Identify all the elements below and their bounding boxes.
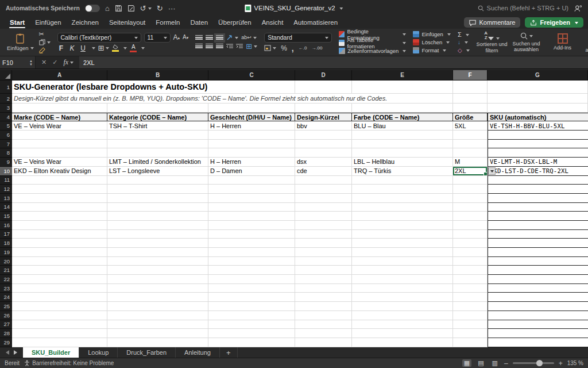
cell-G14[interactable]	[488, 203, 588, 212]
shrink-font-button[interactable]: A▾	[183, 34, 188, 40]
cell-A7[interactable]	[12, 140, 107, 149]
cell-A27[interactable]	[12, 320, 107, 329]
cell-A21[interactable]	[12, 266, 107, 275]
cell-C20[interactable]	[208, 257, 295, 266]
zoom-out-button[interactable]: –	[504, 359, 508, 367]
cells-button-1[interactable]: Löschen	[413, 39, 451, 46]
cell-A2[interactable]: Design-Kürzel gibst du manuell ein (z. B…	[12, 94, 107, 103]
cell-E10[interactable]: TRQ – Türkis	[352, 167, 453, 176]
cell-B3[interactable]	[107, 103, 208, 113]
cell-G17[interactable]	[488, 230, 588, 239]
sheet-tab-lookup[interactable]: Lookup	[79, 347, 118, 358]
save-icon[interactable]	[115, 5, 122, 12]
increase-indent-button[interactable]	[236, 44, 243, 49]
styles-button-2[interactable]: Zellenformatvorlagen	[339, 48, 406, 54]
more-commands-icon[interactable]: ···	[168, 5, 176, 12]
cell-B20[interactable]	[107, 257, 208, 266]
row-header-20[interactable]: 20	[0, 257, 12, 266]
cell-D25[interactable]	[295, 302, 352, 311]
cell-E21[interactable]	[352, 266, 453, 275]
cell-C1[interactable]	[208, 80, 295, 94]
prev-sheet-icon[interactable]	[6, 350, 9, 355]
cell-D17[interactable]	[295, 230, 352, 239]
cell-E23[interactable]	[352, 284, 453, 293]
cell-G9[interactable]: VE-LMT-H-DSX-LBL-M	[488, 158, 588, 167]
cell-F26[interactable]	[453, 311, 488, 320]
cell-F13[interactable]	[453, 194, 488, 203]
cell-B13[interactable]	[107, 194, 208, 203]
cell-G18[interactable]	[488, 239, 588, 248]
cell-G12[interactable]	[488, 185, 588, 194]
cell-A18[interactable]	[12, 239, 107, 248]
cell-G24[interactable]	[488, 293, 588, 302]
cell-C3[interactable]	[208, 103, 295, 113]
cell-B7[interactable]	[107, 140, 208, 149]
home-icon[interactable]: ⌂	[105, 5, 110, 12]
analyze-data-button[interactable]: Daten analysieren	[582, 31, 588, 53]
italic-button[interactable]: K	[68, 44, 76, 52]
row-header-19[interactable]: 19	[0, 248, 12, 257]
cell-F1[interactable]	[453, 80, 488, 94]
cell-F2[interactable]	[453, 94, 488, 103]
cell-G4[interactable]: SKU (automatisch)	[488, 113, 588, 122]
cell-C24[interactable]	[208, 293, 295, 302]
cell-E3[interactable]	[352, 103, 453, 113]
cell-C14[interactable]	[208, 203, 295, 212]
cell-G7[interactable]	[488, 140, 588, 149]
cell-F20[interactable]	[453, 257, 488, 266]
title-chevron-icon[interactable]	[340, 7, 343, 12]
cell-C4[interactable]: Geschlecht (D/H/U – Name)	[208, 113, 295, 122]
cell-G8[interactable]	[488, 148, 588, 158]
cell-D4[interactable]: Design-Kürzel	[295, 113, 352, 122]
cell-A6[interactable]	[12, 131, 107, 140]
autosum-button[interactable]: Σ	[458, 31, 470, 38]
merge-center-button[interactable]: ⊞	[246, 43, 257, 50]
cell-G19[interactable]	[488, 248, 588, 257]
ribbon-tab-formeln[interactable]: Formeln	[150, 16, 185, 29]
cell-D22[interactable]	[295, 275, 352, 284]
zoom-slider[interactable]	[513, 362, 554, 364]
cell-G29[interactable]	[488, 338, 588, 347]
cell-C6[interactable]	[208, 131, 295, 140]
cell-F29[interactable]	[453, 338, 488, 347]
cell-B24[interactable]	[107, 293, 208, 302]
cell-B6[interactable]	[107, 131, 208, 140]
undo-icon[interactable]: ↺	[140, 5, 152, 12]
row-header-29[interactable]: 29	[0, 338, 12, 347]
validation-dropdown-button[interactable]	[488, 167, 496, 175]
row-header-3[interactable]: 3	[0, 103, 12, 113]
cell-B22[interactable]	[107, 275, 208, 284]
cell-F21[interactable]	[453, 266, 488, 275]
cell-D16[interactable]	[295, 221, 352, 230]
cell-D7[interactable]	[295, 140, 352, 149]
row-header-11[interactable]: 11	[0, 176, 12, 185]
cell-A16[interactable]	[12, 221, 107, 230]
cell-E22[interactable]	[352, 275, 453, 284]
row-header-6[interactable]: 6	[0, 131, 12, 140]
cell-C9[interactable]: H – Herren	[208, 158, 295, 167]
cell-F14[interactable]	[453, 203, 488, 212]
cell-E11[interactable]	[352, 176, 453, 185]
cell-B28[interactable]	[107, 329, 208, 338]
column-header-D[interactable]: D	[295, 70, 352, 80]
cell-A15[interactable]	[12, 212, 107, 221]
fill-color-button[interactable]	[112, 44, 119, 52]
cell-B10[interactable]: LST – Longsleeve	[107, 167, 208, 176]
cell-A4[interactable]: Marke (CODE – Name)	[12, 113, 107, 122]
cell-E15[interactable]	[352, 212, 453, 221]
cell-A10[interactable]: EKD – Elton Kreativ Design	[12, 167, 107, 176]
cell-F9[interactable]: M	[453, 158, 488, 167]
cell-E24[interactable]	[352, 293, 453, 302]
align-middle-button[interactable]	[206, 35, 213, 41]
column-header-F[interactable]: F	[453, 70, 488, 80]
cell-F25[interactable]	[453, 302, 488, 311]
row-header-16[interactable]: 16	[0, 221, 12, 230]
cell-G5[interactable]: VE-TSH-H-BBV-BLU-5XL	[488, 121, 588, 131]
align-right-button[interactable]	[216, 44, 223, 49]
row-header-22[interactable]: 22	[0, 275, 12, 284]
cell-G22[interactable]	[488, 275, 588, 284]
cell-E5[interactable]: BLU – Blau	[352, 121, 453, 131]
cell-D27[interactable]	[295, 320, 352, 329]
cell-E17[interactable]	[352, 230, 453, 239]
cell-A29[interactable]	[12, 338, 107, 347]
